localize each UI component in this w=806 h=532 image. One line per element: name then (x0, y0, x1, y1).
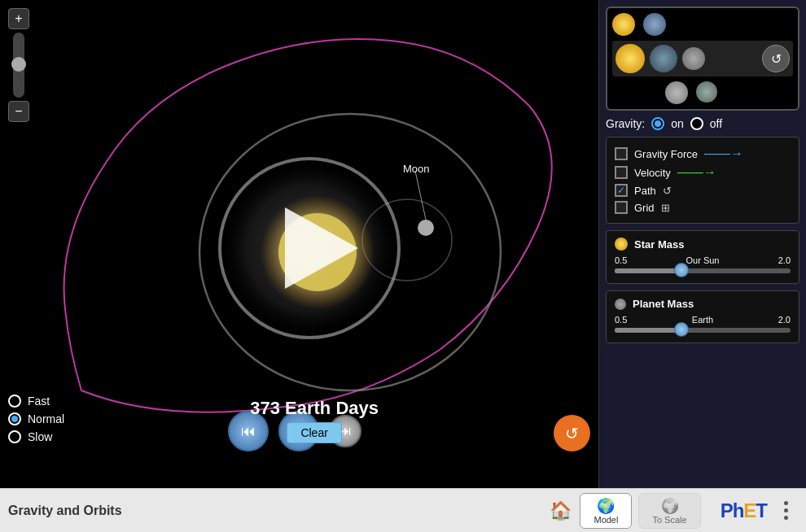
planet-mass-mid: Earth (692, 315, 713, 325)
body-main-row: ↺ (612, 41, 793, 76)
planet-mass-label: Planet Mass (633, 298, 694, 310)
gravity-on-label: on (671, 117, 684, 130)
star-mass-thumb[interactable] (674, 263, 689, 277)
zoom-controls: + − (8, 8, 29, 122)
body-sun-small[interactable] (612, 13, 635, 36)
speed-slow-label: Slow (28, 430, 52, 443)
body-satellite[interactable]: 🛰 (725, 81, 740, 104)
grid-label: Grid (634, 202, 655, 214)
body-sun-main[interactable] (615, 44, 645, 73)
velocity-arrow-icon: ——→ (677, 165, 716, 180)
speed-fast-radio[interactable] (8, 395, 21, 408)
star-mass-label: Star Mass (634, 238, 684, 251)
velocity-row[interactable]: Velocity ——→ (615, 165, 791, 180)
gravity-off-label: off (710, 117, 722, 130)
gravity-force-arrow-icon: ——→ (704, 146, 743, 161)
path-label: Path (634, 185, 656, 197)
gravity-label: Gravity: (606, 117, 645, 130)
velocity-label: Velocity (634, 167, 671, 179)
speed-fast-label: Fast (28, 395, 50, 408)
gravity-force-checkbox[interactable] (615, 147, 628, 160)
grid-icon: ⊞ (661, 202, 670, 214)
svg-line-5 (415, 171, 426, 220)
star-mass-max: 2.0 (778, 255, 791, 265)
clear-button[interactable]: Clear (287, 422, 341, 443)
body-earth-small[interactable] (643, 13, 666, 36)
body-top-row (612, 13, 793, 36)
star-mass-section: Star Mass 0.5 Our Sun 2.0 (606, 230, 799, 284)
moon-label: Moon (403, 163, 430, 175)
app-title: Gravity and Orbits (8, 504, 122, 518)
body-moon-main[interactable] (682, 47, 705, 70)
zoom-in-button[interactable]: + (8, 8, 29, 29)
planet-mass-thumb[interactable] (674, 322, 689, 337)
gravity-force-label: Gravity Force (634, 148, 698, 160)
body-selector: ↺ 🛰 (606, 7, 799, 111)
menu-dot-2 (784, 508, 788, 512)
planet-mass-title: Planet Mass (615, 298, 791, 310)
planet-mass-section: Planet Mass 0.5 Earth 2.0 (606, 290, 799, 343)
path-checkmark-icon: ✓ (617, 185, 625, 196)
speed-normal[interactable]: Normal (8, 412, 64, 425)
tab-to-scale-label: To Scale (652, 515, 686, 525)
velocity-checkbox[interactable] (615, 166, 628, 179)
star-mass-title: Star Mass (615, 238, 791, 251)
planet-mass-min: 0.5 (615, 315, 627, 325)
phet-logo-highlight: E (743, 499, 756, 521)
planet-mass-track[interactable] (615, 328, 791, 333)
gravity-toggle: Gravity: on off (606, 117, 799, 130)
home-button[interactable]: 🏠 (544, 495, 576, 527)
path-curve-icon: ↺ (663, 185, 672, 197)
planet-mass-dot-icon (615, 299, 626, 310)
gravity-off-radio[interactable] (690, 117, 703, 130)
zoom-thumb (11, 57, 26, 72)
days-value: 373 Earth Days (250, 398, 379, 419)
speed-fast[interactable]: Fast (8, 395, 64, 408)
svg-point-4 (418, 220, 434, 236)
body-earth-main[interactable] (650, 45, 677, 72)
zoom-out-button[interactable]: − (8, 101, 29, 122)
tab-model-label: Model (594, 515, 618, 525)
speed-normal-label: Normal (28, 412, 64, 425)
planet-mass-max: 2.0 (778, 315, 791, 325)
speed-normal-indicator (11, 416, 18, 422)
menu-dot-3 (784, 516, 788, 520)
speed-slow-radio[interactable] (8, 430, 21, 443)
body-moon-sm2[interactable] (696, 81, 717, 102)
speed-normal-radio[interactable] (8, 412, 21, 425)
star-mass-mid: Our Sun (686, 255, 720, 265)
gravity-on-radio[interactable] (651, 117, 664, 130)
star-mass-min: 0.5 (615, 255, 627, 265)
star-mass-labels: 0.5 Our Sun 2.0 (615, 255, 791, 265)
body-moon-sm1[interactable] (665, 81, 688, 104)
simulation-area: Moon + − Fast Normal Slow ⏮ ⏸ ⏭ (0, 0, 598, 488)
star-mass-track[interactable] (615, 268, 791, 273)
planet-mass-labels: 0.5 Earth 2.0 (615, 315, 791, 325)
bottom-bar: Gravity and Orbits 🏠 🌍 Model 🌍 To Scale … (0, 488, 806, 532)
path-row[interactable]: ✓ Path ↺ (615, 184, 791, 197)
checkboxes-section: Gravity Force ——→ Velocity ——→ ✓ Path ↺ … (606, 137, 799, 224)
tab-to-scale-icon: 🌍 (661, 497, 679, 515)
menu-button[interactable] (773, 499, 798, 523)
star-mass-dot-icon (615, 238, 628, 251)
speed-slow[interactable]: Slow (8, 430, 64, 443)
star-mass-fill (615, 268, 681, 273)
bottom-tabs: 🏠 🌍 Model 🌍 To Scale PhET (544, 493, 798, 529)
gravity-on-indicator (655, 120, 661, 127)
path-checkbox[interactable]: ✓ (615, 184, 628, 197)
phet-logo: PhET (721, 499, 767, 522)
grid-row[interactable]: Grid ⊞ (615, 201, 791, 214)
grid-checkbox[interactable] (615, 201, 628, 214)
gravity-force-row[interactable]: Gravity Force ——→ (615, 146, 791, 161)
menu-dot-1 (784, 501, 788, 505)
body-second-row: 🛰 (612, 81, 793, 104)
tab-model-icon: 🌍 (597, 497, 615, 515)
zoom-slider[interactable] (13, 33, 24, 98)
reset-orbit-button[interactable]: ↺ (762, 45, 790, 72)
right-panel: ↺ 🛰 Gravity: on off Gravity Force ——→ Ve… (598, 0, 806, 488)
planet-mass-fill (615, 328, 681, 333)
days-counter: 373 Earth Days Clear (250, 398, 379, 443)
tab-to-scale[interactable]: 🌍 To Scale (638, 493, 700, 529)
refresh-button[interactable]: ↺ (554, 415, 590, 451)
tab-model[interactable]: 🌍 Model (580, 493, 632, 529)
